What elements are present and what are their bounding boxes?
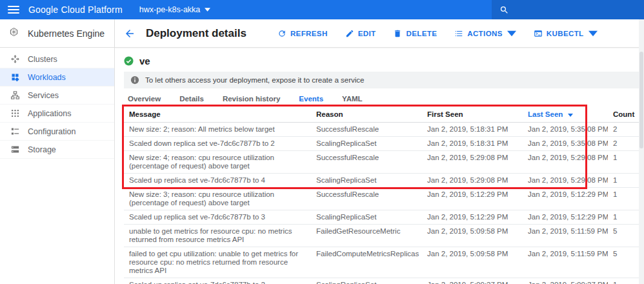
tab-details[interactable]: Details [179,95,204,107]
tab-revision-history[interactable]: Revision history [223,95,280,107]
table-row[interactable]: New size: 4; reason: cpu resource utiliz… [124,151,639,174]
column-header-last-seen[interactable]: Last Seen [523,107,608,123]
cell-first-seen: Jan 2, 2019, 5:09:58 PM [422,225,523,247]
back-button[interactable] [124,25,141,42]
cell-count: 1 [608,278,639,284]
search-bar[interactable] [492,0,644,19]
cell-reason: FailedComputeMetricsReplicas [311,247,422,278]
cell-count: 2 [608,137,639,151]
actions-list-icon [454,29,463,38]
cell-message: unable to get metrics for resource cpu: … [124,225,311,247]
delete-button[interactable]: DELETE [393,29,437,38]
cell-first-seen: Jan 2, 2019, 5:29:08 PM [422,174,523,188]
expose-service-banner: To let others access your deployment, ex… [124,72,639,88]
project-selector[interactable]: hwx-pe-k8s-akka [139,5,210,14]
events-table: Message Reason First Seen Last Seen Coun… [124,107,639,284]
cell-count: 1 [608,210,639,225]
sidebar-nav: Clusters Workloads Services Applications… [0,48,114,159]
sidebar-item-workloads[interactable]: Workloads [0,68,114,86]
column-header-message[interactable]: Message [124,107,311,123]
column-header-first-seen[interactable]: First Seen [422,107,523,123]
edit-icon [345,29,354,38]
cell-first-seen: Jan 2, 2019, 5:12:29 PM [422,188,523,210]
table-row[interactable]: Scaled up replica set ve-7dc6c7877b to 3… [124,210,639,225]
storage-icon [10,145,20,154]
page-title: Deployment details [146,27,247,40]
table-row[interactable]: New size: 3; reason: cpu resource utiliz… [124,188,639,210]
tab-events[interactable]: Events [299,95,323,107]
cell-last-seen: Jan 2, 2019, 5:12:29 PM [523,210,608,225]
chevron-down-icon [507,29,516,38]
google-cloud-platform-logo[interactable]: Google Cloud Platform [28,5,123,15]
cell-message: Scaled up replica set ve-7dc6c7877b to 3 [124,210,311,225]
cell-last-seen: Jan 2, 2019, 5:29:08 PM [523,174,608,188]
sidebar-item-label: Storage [28,145,56,154]
content-area: ve To let others access your deployment,… [115,54,644,284]
sidebar-item-configuration[interactable]: Configuration [0,123,114,141]
cell-reason: FailedGetResourceMetric [311,225,422,247]
refresh-button[interactable]: REFRESH [277,29,328,38]
kubectl-button[interactable]: KUBECTL [534,29,598,38]
cell-message: failed to get cpu utilization: unable to… [124,247,311,278]
check-circle-icon [124,56,134,66]
tab-bar: Overview Details Revision history Events… [124,90,639,107]
cell-count: 1 [608,188,639,210]
services-icon [10,90,20,100]
cell-last-seen: Jan 2, 2019, 5:12:29 PM [523,188,608,210]
cell-first-seen: Jan 2, 2019, 5:12:29 PM [422,210,523,225]
refresh-icon [277,29,287,38]
sidebar-item-services[interactable]: Services [0,86,114,105]
cell-message: New size: 3; reason: cpu resource utiliz… [124,188,311,210]
cell-count: 1 [608,151,639,174]
table-row[interactable]: unable to get metrics for resource cpu: … [124,225,639,247]
table-row[interactable]: Scaled up replica set ve-7dc6c7877b to 4… [124,174,639,188]
cell-last-seen: Jan 2, 2019, 5:35:08 PM [523,137,608,151]
cell-last-seen: Jan 2, 2019, 5:29:08 PM [523,151,608,174]
table-row[interactable]: failed to get cpu utilization: unable to… [124,247,639,278]
column-header-reason[interactable]: Reason [311,107,422,123]
chevron-down-icon [205,8,210,12]
cell-reason: SuccessfulRescale [311,188,422,210]
table-row[interactable]: New size: 2; reason: All metrics below t… [124,123,639,137]
terminal-icon [534,29,543,38]
applications-icon [10,108,20,118]
tab-overview[interactable]: Overview [128,95,161,107]
search-icon [499,5,509,15]
sidebar-item-clusters[interactable]: Clusters [0,50,114,68]
sidebar-header[interactable]: Kubernetes Engine [0,19,114,48]
sidebar-item-storage[interactable]: Storage [0,141,114,159]
scrollbar-track[interactable] [639,19,644,284]
table-row[interactable]: Scaled up replica set ve-7dc6c7877b to 2… [124,278,639,284]
column-header-count[interactable]: Count [608,107,639,123]
cell-count: 5 [608,225,639,247]
info-icon [130,76,139,85]
tab-yaml[interactable]: YAML [342,95,363,107]
events-table-body: New size: 2; reason: All metrics below t… [124,123,639,284]
deployment-status-row: ve [124,54,639,67]
configuration-icon [10,127,20,136]
table-row[interactable]: Scaled down replica set ve-7dc6c7877b to… [124,137,639,151]
sidebar-item-label: Workloads [28,73,66,82]
cell-last-seen: Jan 2, 2019, 5:09:27 PM [523,278,608,284]
sidebar: Kubernetes Engine Clusters Workloads Ser… [0,19,115,284]
edit-button[interactable]: EDIT [345,29,376,38]
cell-message: New size: 2; reason: All metrics below t… [124,123,311,137]
deployment-name: ve [139,56,150,66]
sidebar-item-label: Applications [28,109,71,118]
sidebar-item-label: Services [28,91,59,100]
workloads-icon [10,72,20,82]
sidebar-title: Kubernetes Engine [28,28,105,39]
actions-button[interactable]: ACTIONS [454,29,516,38]
table-header-row: Message Reason First Seen Last Seen Coun… [124,107,639,123]
hamburger-menu-icon[interactable] [8,6,19,14]
project-name: hwx-pe-k8s-akka [139,5,200,14]
cell-reason: ScalingReplicaSet [311,137,422,151]
cell-message: Scaled down replica set ve-7dc6c7877b to… [124,137,311,151]
back-arrow-icon [124,28,136,39]
cell-count: 5 [608,247,639,278]
page-header: Deployment details REFRESH EDIT DELETE A… [115,19,644,48]
scrollbar-thumb[interactable] [639,52,643,148]
sidebar-item-applications[interactable]: Applications [0,105,114,123]
cell-first-seen: Jan 2, 2019, 5:09:58 PM [422,247,523,278]
cell-message: Scaled up replica set ve-7dc6c7877b to 4 [124,174,311,188]
